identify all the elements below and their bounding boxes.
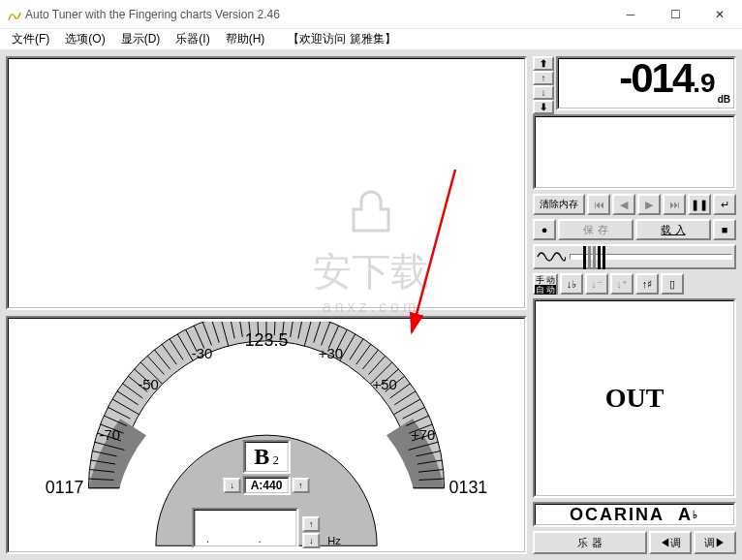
stop-button[interactable]: ■: [713, 219, 736, 240]
right-column: ⬆ ↑ ↓ ⬇ -014 .9 dB 清除内存 ⏮ ◀ ▶ ⏭ ❚❚ ↵ ● 保…: [533, 56, 736, 554]
db-down-fast-button[interactable]: ⬇: [533, 100, 554, 114]
clear-memory-button[interactable]: 清除内存: [533, 194, 585, 215]
svg-text:-50: -50: [138, 377, 159, 392]
mode-extra-button[interactable]: ▯: [661, 273, 684, 295]
wave-slider-thumb[interactable]: [583, 246, 605, 269]
rewind-fast-button[interactable]: ⏮: [587, 194, 610, 215]
gauge-top-value: 123.5: [245, 330, 289, 350]
output-note-display: OUT: [533, 298, 736, 498]
svg-text:-30: -30: [192, 345, 213, 360]
rewind-button[interactable]: ◀: [612, 194, 635, 215]
db-up-fast-button[interactable]: ⬆: [533, 56, 554, 71]
svg-text:+30: +30: [319, 345, 343, 360]
mode-toggle[interactable]: 手 动 自 动: [533, 273, 558, 295]
tuning-gauge: 123.5 -30 +30 -50 +50 -70 +70 0117 0131 …: [6, 316, 527, 554]
gauge-left-num: 0117: [46, 477, 84, 496]
svg-text:-70: -70: [99, 427, 120, 443]
forward-fast-button[interactable]: ⏭: [663, 194, 686, 215]
forward-button[interactable]: ▶: [637, 194, 661, 215]
instrument-select-button[interactable]: 乐 器: [533, 531, 647, 554]
pitch-up-button[interactable]: ↑: [292, 478, 309, 493]
pause-button[interactable]: ❚❚: [688, 194, 711, 215]
pitch-down-button[interactable]: ↓: [224, 478, 241, 493]
gauge-right-num: 0131: [449, 477, 488, 496]
hz-label: Hz: [327, 535, 340, 546]
save-button[interactable]: 保 存: [558, 219, 634, 240]
menu-display[interactable]: 显示(D): [113, 29, 169, 49]
sine-wave-icon: [537, 248, 566, 265]
window-title: Auto Tuner with the Fingering charts Ver…: [25, 8, 608, 21]
wave-slider-track[interactable]: [570, 254, 732, 260]
db-up-button[interactable]: ↑: [533, 71, 554, 85]
menubar: 文件(F) 选项(O) 显示(D) 乐器(I) 帮助(H) 【欢迎访问 篪雅集】: [0, 29, 742, 50]
db-down-button[interactable]: ↓: [533, 85, 554, 100]
load-button[interactable]: 载 入: [635, 219, 711, 240]
octave-down-button[interactable]: ↓♭: [560, 273, 583, 295]
semitone-down-button[interactable]: ↓⁻: [585, 273, 608, 295]
app-icon: [8, 10, 21, 23]
svg-text:+50: +50: [372, 377, 396, 392]
tune-prev-button[interactable]: ◀调: [649, 531, 692, 554]
menu-visitor-link[interactable]: 【欢迎访问 篪雅集】: [280, 29, 403, 49]
semitone-up-button[interactable]: ↓⁺: [610, 273, 634, 295]
menu-help[interactable]: 帮助(H): [218, 29, 273, 49]
menu-instrument[interactable]: 乐器(I): [168, 29, 217, 49]
maximize-button[interactable]: ☐: [653, 0, 697, 29]
hz-down-button[interactable]: ↓: [302, 533, 320, 548]
hz-display: . .: [192, 508, 298, 548]
return-button[interactable]: ↵: [713, 194, 736, 215]
left-column: 123.5 -30 +30 -50 +50 -70 +70 0117 0131 …: [6, 56, 527, 554]
db-readout: -014 .9 dB: [556, 56, 736, 110]
menu-options[interactable]: 选项(O): [57, 29, 112, 49]
menu-file[interactable]: 文件(F): [4, 29, 57, 49]
window-controls: ─ ☐ ✕: [608, 0, 742, 29]
tune-next-button[interactable]: 调▶: [694, 531, 736, 554]
save-marker-button[interactable]: ●: [533, 219, 556, 240]
wave-slider: [533, 244, 736, 269]
instrument-name-display: OCARINA A♭: [533, 502, 736, 527]
hz-up-button[interactable]: ↑: [302, 516, 320, 532]
waveform-display: [6, 56, 527, 310]
reference-pitch: A:440: [243, 476, 291, 495]
note-history-display: [533, 114, 736, 190]
detected-note: B 2: [242, 440, 290, 474]
minimize-button[interactable]: ─: [608, 0, 653, 29]
close-button[interactable]: ✕: [697, 0, 742, 29]
workarea: 123.5 -30 +30 -50 +50 -70 +70 0117 0131 …: [0, 50, 742, 560]
svg-text:+70: +70: [411, 427, 435, 443]
octave-up-button[interactable]: ↑♯: [635, 273, 659, 295]
titlebar: Auto Tuner with the Fingering charts Ver…: [0, 0, 742, 29]
